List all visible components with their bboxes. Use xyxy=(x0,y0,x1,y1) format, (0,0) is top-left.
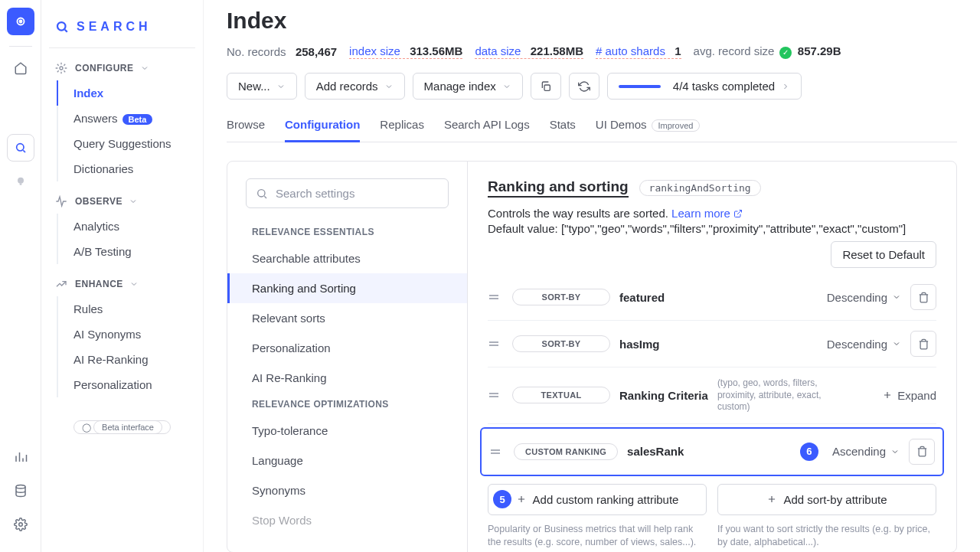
nav-index[interactable]: Index xyxy=(57,80,195,106)
step-6-badge: 6 xyxy=(800,443,818,461)
direction-select[interactable]: Descending xyxy=(827,291,901,304)
rank-row-featured: SORT-BY featured Descending xyxy=(488,274,936,321)
ranking-desc: Controls the way results are sorted. Lea… xyxy=(488,207,936,220)
svg-point-1 xyxy=(19,21,21,23)
observe-header[interactable]: OBSERVE xyxy=(49,181,195,214)
search-settings[interactable] xyxy=(246,178,449,208)
rank-row-salesrank: CUSTOM RANKING salesRank 6 Ascending xyxy=(480,427,944,476)
data-size[interactable]: data size 221.58MB xyxy=(475,44,583,59)
expand-button[interactable]: Expand xyxy=(882,389,936,402)
tasks-button[interactable]: 4/4 tasks completed xyxy=(607,73,802,100)
nav-ab-testing[interactable]: A/B Testing xyxy=(57,239,195,264)
setting-language[interactable]: Language xyxy=(227,446,467,475)
drag-handle-icon[interactable] xyxy=(489,446,505,458)
add-sortby-button[interactable]: Add sort-by attribute xyxy=(717,484,936,515)
icon-rail xyxy=(0,0,41,552)
add-records-button[interactable]: Add records xyxy=(305,73,405,100)
svg-point-3 xyxy=(18,178,24,184)
auto-shards[interactable]: # auto shards 1 xyxy=(596,44,681,59)
svg-point-6 xyxy=(18,523,22,527)
svg-point-2 xyxy=(16,144,23,151)
brand: SEARCH xyxy=(49,12,195,48)
page-title: Index xyxy=(227,8,957,34)
setting-personalization[interactable]: Personalization xyxy=(227,333,467,363)
nav-answers[interactable]: AnswersBeta xyxy=(57,106,195,131)
drag-handle-icon[interactable] xyxy=(488,389,503,401)
svg-point-5 xyxy=(16,485,25,489)
tabs: Browse Configuration Replicas Search API… xyxy=(227,110,957,142)
ranking-default: Default value: ["typo","geo","words","fi… xyxy=(488,222,936,235)
ranking-content: Ranking and sorting rankingAndSorting Co… xyxy=(468,162,956,552)
tab-configuration[interactable]: Configuration xyxy=(285,110,360,142)
direction-select[interactable]: Ascending xyxy=(832,445,900,458)
brand-label: SEARCH xyxy=(77,20,152,34)
svg-point-10 xyxy=(258,189,265,196)
nav-ai-synonyms[interactable]: AI Synonyms xyxy=(57,322,195,347)
ranking-code: rankingAndSorting xyxy=(639,180,761,196)
delete-button[interactable] xyxy=(910,331,936,357)
enhance-header[interactable]: ENHANCE xyxy=(49,264,195,296)
settings-list: RELEVANCE ESSENTIALS Searchable attribut… xyxy=(227,162,468,552)
drag-handle-icon[interactable] xyxy=(488,338,503,350)
ranking-title: Ranking and sorting xyxy=(488,178,629,198)
svg-rect-9 xyxy=(544,85,550,90)
note-custom: Popularity or Business metrics that will… xyxy=(488,523,707,549)
toolbar: New... Add records Manage index 4/4 task… xyxy=(227,73,957,100)
check-icon: ✓ xyxy=(779,47,792,59)
manage-index-button[interactable]: Manage index xyxy=(413,73,523,100)
setting-ranking[interactable]: Ranking and Sorting xyxy=(227,273,467,303)
direction-select[interactable]: Descending xyxy=(827,338,901,351)
tab-browse[interactable]: Browse xyxy=(227,110,265,142)
svg-point-8 xyxy=(60,67,63,70)
stats-row: No. records 258,467 index size 313.56MB … xyxy=(227,44,957,59)
rank-row-criteria: TEXTUAL Ranking Criteria (typo, geo, wor… xyxy=(488,367,936,424)
setting-relevant-sorts[interactable]: Relevant sorts xyxy=(227,303,467,333)
nav-rules[interactable]: Rules xyxy=(57,296,195,322)
chart-icon[interactable] xyxy=(7,443,34,471)
beta-interface-badge[interactable]: ◯ Beta interface xyxy=(49,420,195,433)
nav-dictionaries[interactable]: Dictionaries xyxy=(57,156,195,181)
gear-icon[interactable] xyxy=(7,511,34,538)
nav-query-suggestions[interactable]: Query Suggestions xyxy=(57,131,195,156)
lightbulb-icon[interactable] xyxy=(7,168,34,195)
tab-stats[interactable]: Stats xyxy=(550,110,576,142)
tab-replicas[interactable]: Replicas xyxy=(380,110,424,142)
config-panel: RELEVANCE ESSENTIALS Searchable attribut… xyxy=(227,161,957,552)
dashboard-icon[interactable] xyxy=(7,8,34,35)
search-input[interactable] xyxy=(276,187,439,200)
rank-row-hasimg: SORT-BY hasImg Descending xyxy=(488,321,936,367)
cat-optimizations: RELEVANCE OPTIMIZATIONS xyxy=(227,393,467,416)
setting-synonyms[interactable]: Synonyms xyxy=(227,475,467,505)
learn-more-link[interactable]: Learn more xyxy=(671,207,743,220)
new-button[interactable]: New... xyxy=(227,73,297,100)
nav-analytics[interactable]: Analytics xyxy=(57,214,195,239)
database-icon[interactable] xyxy=(7,477,34,505)
index-size[interactable]: index size 313.56MB xyxy=(349,44,462,59)
setting-searchable[interactable]: Searchable attributes xyxy=(227,243,467,273)
search-rail-icon[interactable] xyxy=(7,134,34,162)
configure-header[interactable]: CONFIGURE xyxy=(49,48,195,80)
note-sort: If you want to sort strictly the results… xyxy=(717,523,936,549)
setting-typo[interactable]: Typo-tolerance xyxy=(227,416,467,446)
add-custom-ranking-button[interactable]: 5 Add custom ranking attribute xyxy=(488,484,707,515)
setting-ai-reranking[interactable]: AI Re-Ranking xyxy=(227,363,467,393)
copy-button[interactable] xyxy=(531,73,561,100)
drag-handle-icon[interactable] xyxy=(488,291,503,303)
svg-rect-4 xyxy=(19,184,21,185)
nav-ai-reranking[interactable]: AI Re-Ranking xyxy=(57,347,195,372)
home-icon[interactable] xyxy=(7,54,34,82)
delete-button[interactable] xyxy=(910,284,936,310)
setting-stopwords[interactable]: Stop Words xyxy=(227,505,467,535)
cat-essentials: RELEVANCE ESSENTIALS xyxy=(227,220,467,243)
nav-personalization[interactable]: Personalization xyxy=(57,372,195,397)
main: Index No. records 258,467 index size 313… xyxy=(204,0,980,552)
sidebar: SEARCH CONFIGURE Index AnswersBeta Query… xyxy=(41,0,204,552)
tab-ui-demos[interactable]: UI DemosImproved xyxy=(596,110,701,142)
tab-api-logs[interactable]: Search API Logs xyxy=(444,110,530,142)
svg-point-7 xyxy=(57,22,66,31)
delete-button[interactable] xyxy=(909,439,935,465)
refresh-button[interactable] xyxy=(569,73,599,100)
step-5-badge: 5 xyxy=(493,490,511,508)
reset-button[interactable]: Reset to Default xyxy=(831,241,936,268)
